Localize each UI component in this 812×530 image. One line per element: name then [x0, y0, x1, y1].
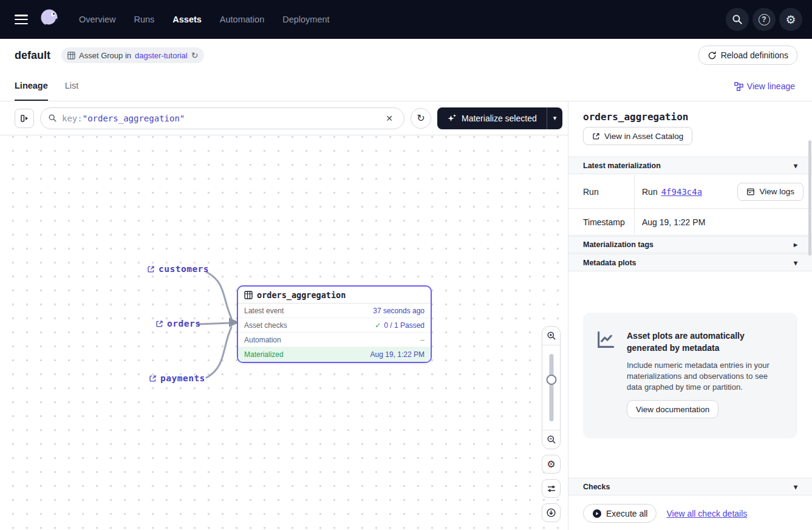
reload-icon	[708, 51, 717, 60]
search-icon	[732, 14, 743, 25]
view-in-asset-catalog-button[interactable]: View in Asset Catalog	[583, 127, 692, 145]
checks-footer: Execute all View all check details	[583, 504, 747, 523]
tab-list[interactable]: List	[65, 72, 79, 101]
refresh-icon: ↻	[417, 112, 425, 124]
run-row: Run Run 4f943c4a View logs	[568, 175, 812, 209]
chevron-right-icon: ▸	[794, 240, 797, 249]
view-in-asset-catalog-label: View in Asset Catalog	[604, 132, 683, 141]
asset-search-input[interactable]: key:"orders_aggregation" ✕	[40, 107, 404, 129]
zoom-slider-handle[interactable]	[546, 375, 556, 385]
view-logs-button[interactable]: View logs	[737, 183, 803, 201]
plots-card-body: Include numeric metadata entries in your…	[627, 360, 773, 393]
top-nav-actions: ? ⚙	[726, 8, 802, 31]
table-grid-icon	[67, 52, 75, 59]
reload-definitions-label: Reload definitions	[721, 50, 788, 60]
view-logs-label: View logs	[759, 187, 794, 196]
lineage-canvas[interactable]: customers orders payments	[0, 135, 568, 530]
sidebar-asset-title: orders_aggregation	[583, 111, 688, 123]
graph-filters-button[interactable]	[542, 479, 561, 498]
clear-search-button[interactable]: ✕	[382, 112, 397, 124]
timestamp-row: Timestamp Aug 19, 1:22 PM	[568, 209, 812, 236]
materialize-selected-button[interactable]: Materialize selected ▾	[437, 107, 562, 129]
external-link-icon	[592, 132, 600, 140]
section-latest-materialization[interactable]: Latest materialization ▾	[568, 157, 812, 174]
section-label: Materialization tags	[583, 240, 653, 249]
zoom-panel	[542, 326, 561, 449]
settings-button[interactable]: ⚙	[779, 8, 802, 31]
search-key-prefix: key:	[62, 114, 83, 123]
reload-definitions-button[interactable]: Reload definitions	[698, 46, 797, 65]
search-icon	[48, 114, 57, 123]
nav-item-overview[interactable]: Overview	[79, 15, 115, 24]
section-materialization-tags[interactable]: Materialization tags ▸	[568, 236, 812, 253]
reload-location-icon[interactable]: ↻	[191, 51, 199, 59]
log-icon	[746, 188, 755, 196]
node-row-automation: Automation –	[238, 333, 431, 347]
run-row-label: Run	[568, 175, 635, 208]
nav-item-runs[interactable]: Runs	[134, 15, 154, 24]
timestamp-label: Timestamp	[568, 209, 635, 235]
table-grid-icon	[244, 291, 253, 299]
zoom-out-icon	[547, 435, 556, 444]
zoom-in-icon	[547, 331, 556, 341]
zoom-out-button[interactable]	[542, 430, 560, 449]
page-header: default Asset Group in dagster-tutorial …	[0, 39, 812, 72]
section-checks[interactable]: Checks ▾	[568, 478, 812, 495]
chevron-down-icon: ▾	[794, 259, 797, 267]
help-button[interactable]: ?	[752, 8, 776, 31]
upstream-label: customers	[159, 264, 209, 274]
recenter-button[interactable]	[542, 503, 561, 522]
tab-lineage[interactable]: Lineage	[15, 72, 48, 101]
sparkle-icon	[447, 114, 457, 123]
chevron-down-icon: ▾	[794, 161, 797, 170]
graph-settings-button[interactable]: ⚙	[542, 455, 561, 474]
chevron-down-icon: ▾	[794, 483, 797, 491]
chevron-down-icon: ▾	[553, 114, 557, 122]
asset-group-badge[interactable]: Asset Group in dagster-tutorial ↻	[61, 47, 204, 63]
section-label: Checks	[583, 483, 610, 491]
view-all-check-details-link[interactable]: View all check details	[666, 509, 747, 518]
hamburger-menu-icon[interactable]	[15, 15, 28, 24]
section-metadata-plots[interactable]: Metadata plots ▾	[568, 254, 812, 271]
execute-all-button[interactable]: Execute all	[583, 504, 657, 523]
lineage-icon	[734, 82, 743, 91]
view-documentation-button[interactable]: View documentation	[627, 400, 718, 418]
view-lineage-label: View lineage	[747, 81, 795, 91]
sidebar-scrollbar[interactable]	[808, 140, 811, 256]
upstream-asset-customers[interactable]: customers	[147, 264, 209, 274]
search-button[interactable]	[726, 8, 749, 31]
asset-node-orders-aggregation[interactable]: orders_aggregation Latest event 37 secon…	[237, 285, 432, 363]
nav-item-automation[interactable]: Automation	[220, 15, 264, 24]
recenter-icon	[546, 508, 556, 518]
view-lineage-link[interactable]: View lineage	[734, 72, 795, 101]
tabs-row: Lineage List View lineage	[0, 72, 812, 101]
materialize-dropdown-button[interactable]: ▾	[547, 107, 563, 129]
nav-items: Overview Runs Assets Automation Deployme…	[79, 15, 330, 24]
section-label: Latest materialization	[583, 161, 661, 170]
nav-item-deployment[interactable]: Deployment	[282, 15, 329, 24]
zoom-in-button[interactable]	[542, 327, 560, 345]
panel-toggle-icon	[19, 114, 29, 123]
refresh-graph-button[interactable]: ↻	[411, 108, 431, 129]
graph-toolbar: key:"orders_aggregation" ✕ ↻ Materialize…	[0, 101, 568, 135]
run-id-link[interactable]: 4f943c4a	[661, 187, 702, 197]
upstream-asset-payments[interactable]: payments	[149, 373, 205, 383]
nav-item-assets[interactable]: Assets	[172, 15, 202, 24]
code-location-link[interactable]: dagster-tutorial	[135, 51, 188, 60]
timestamp-value: Aug 19, 1:22 PM	[635, 209, 812, 235]
zoom-slider-track[interactable]	[549, 354, 553, 421]
check-icon: ✓	[375, 321, 381, 330]
materialize-label: Materialize selected	[462, 114, 537, 123]
view-documentation-label: View documentation	[636, 405, 709, 414]
execute-all-label: Execute all	[606, 509, 647, 518]
line-chart-icon	[595, 330, 616, 438]
external-link-icon	[155, 320, 163, 328]
plots-card-title: Asset plots are automatically generated …	[627, 330, 785, 355]
collapse-panel-button[interactable]	[15, 109, 34, 128]
search-key-value: "orders_aggregation"	[83, 114, 185, 123]
dagster-logo-icon[interactable]	[38, 7, 62, 32]
dagster-app: Overview Runs Assets Automation Deployme…	[0, 0, 812, 530]
help-icon: ?	[759, 14, 770, 25]
upstream-asset-orders[interactable]: orders	[155, 319, 200, 328]
gear-icon: ⚙	[547, 460, 555, 469]
